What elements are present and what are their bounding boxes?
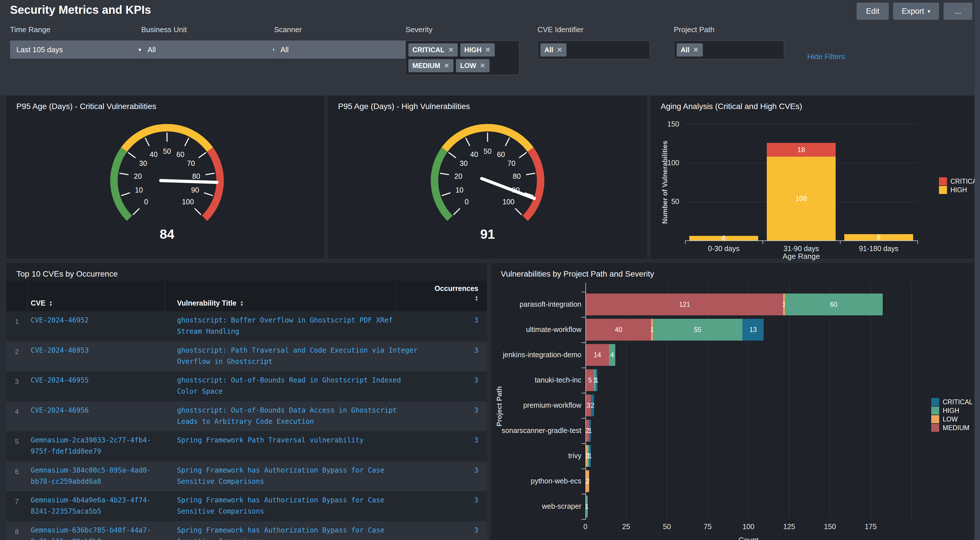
- bar-segment-high[interactable]: [586, 496, 588, 517]
- bar-segment-critical[interactable]: [589, 445, 591, 467]
- vulnerability-title-link[interactable]: ghostscript: Out-of-Bounds Data Access i…: [177, 405, 420, 427]
- remove-icon[interactable]: ✕: [479, 62, 485, 70]
- legend-item-critical[interactable]: CRITICAL: [939, 177, 980, 185]
- cve-link[interactable]: CVE-2024-46955: [31, 375, 154, 386]
- column-header-title[interactable]: Vulnerability Title ▲▼: [177, 299, 243, 307]
- cve-link[interactable]: Gemnasium-4b4a9e6a-4b23-4f74-8241-223575…: [31, 495, 154, 517]
- bar-segment-high[interactable]: [653, 319, 742, 341]
- occurrences-link[interactable]: 3: [421, 435, 478, 446]
- column-header-occurrences[interactable]: Occurrences ▲▼: [434, 284, 478, 301]
- column-header-cve[interactable]: CVE ▲▼: [31, 299, 52, 307]
- remove-icon[interactable]: ✕: [557, 46, 562, 54]
- gauge-needle: [482, 178, 534, 198]
- dropdown-value: Last 105 days: [16, 45, 135, 54]
- table-body: 1CVE-2024-46952ghostscript: Buffer Overf…: [6, 311, 487, 540]
- vulnerability-title-link[interactable]: ghostscript: Out-of-Bounds Read in Ghost…: [177, 375, 420, 397]
- bar-segment-high[interactable]: [844, 234, 913, 240]
- bar-segment-high[interactable]: [689, 236, 758, 240]
- bar-segment-critical[interactable]: [742, 319, 764, 341]
- remove-icon[interactable]: ✕: [693, 46, 699, 54]
- severity-chip-critical[interactable]: CRITICAL✕: [408, 43, 458, 57]
- panel-vulns-by-project: Vulnerabilities by Project Path and Seve…: [491, 263, 974, 540]
- occurrences-link[interactable]: 3: [421, 465, 478, 476]
- bar-segment-medium[interactable]: [586, 420, 589, 442]
- legend-item-critical[interactable]: CRITICAL: [931, 398, 973, 406]
- export-button[interactable]: Export ▾: [893, 3, 939, 20]
- gauge-tick: [440, 173, 449, 175]
- column-header-label: Occurrences: [434, 284, 478, 293]
- vulnerability-title-link[interactable]: Spring Framework has Authorization Bypas…: [177, 495, 420, 517]
- sort-icon[interactable]: ▲▼: [240, 300, 243, 307]
- project-path-input[interactable]: All✕: [674, 40, 784, 59]
- time-range-dropdown[interactable]: Last 105 days ▾: [10, 40, 148, 59]
- edit-button[interactable]: Edit: [857, 3, 889, 20]
- bar-segment-medium[interactable]: [586, 294, 783, 315]
- bar-segment-critical[interactable]: [591, 394, 594, 416]
- vulnerability-title-link[interactable]: Spring Framework has Authorization Bypas…: [177, 525, 420, 540]
- vulnerability-title-link[interactable]: ghostscript: Path Traversal and Code Exe…: [177, 345, 420, 367]
- bar-segment-critical[interactable]: [767, 143, 836, 157]
- bar-segment-high[interactable]: [767, 157, 836, 240]
- y-category-label: web-scraper: [496, 502, 581, 510]
- more-options-button[interactable]: ...: [943, 3, 972, 20]
- hide-filters-link[interactable]: Hide Filters: [807, 52, 845, 61]
- bar-segment-medium[interactable]: [586, 394, 591, 416]
- remove-icon[interactable]: ✕: [485, 46, 491, 54]
- cve-link[interactable]: CVE-2024-46956: [31, 405, 154, 416]
- bar-segment-medium[interactable]: [586, 369, 594, 391]
- scrollbar[interactable]: [975, 0, 980, 540]
- occurrences-link[interactable]: 3: [421, 525, 478, 536]
- cve-link[interactable]: Gemnasium-2ca39033-2c77-4fb4-975f-fdef1d…: [31, 435, 154, 457]
- legend-swatch: [931, 398, 939, 406]
- occurrences-link[interactable]: 3: [421, 405, 478, 416]
- legend-item-high[interactable]: HIGH: [931, 407, 973, 415]
- occurrences-link[interactable]: 3: [421, 315, 478, 326]
- row-number: 7: [15, 497, 19, 505]
- vulnerability-title-link[interactable]: ghostscript: Buffer Overflow in Ghostscr…: [177, 315, 420, 337]
- project-path-chip-all[interactable]: All✕: [677, 43, 703, 57]
- bar-segment-low[interactable]: [586, 470, 589, 492]
- occurrences-link[interactable]: 3: [421, 375, 478, 386]
- severity-chip-medium[interactable]: MEDIUM✕: [408, 59, 453, 72]
- bar-segment-medium[interactable]: [586, 319, 651, 341]
- x-tick-label: 150: [816, 523, 844, 531]
- sort-icon[interactable]: ▲▼: [49, 300, 52, 307]
- legend-item-medium[interactable]: MEDIUM: [931, 424, 973, 432]
- severity-multiselect[interactable]: CRITICAL✕ HIGH✕ MEDIUM✕ LOW✕: [406, 40, 519, 75]
- gauge-tick-label: 90: [191, 186, 199, 194]
- filter-label: Business Unit: [141, 25, 282, 34]
- bar-segment-high[interactable]: [609, 344, 616, 366]
- severity-chip-high[interactable]: HIGH✕: [460, 43, 495, 57]
- x-tick-label: 50: [652, 523, 681, 531]
- bar-segment-medium[interactable]: [586, 344, 609, 366]
- occurrences-link[interactable]: 3: [421, 345, 478, 356]
- cve-link[interactable]: CVE-2024-46952: [31, 315, 154, 326]
- severity-chip-low[interactable]: LOW✕: [456, 59, 489, 72]
- business-unit-dropdown[interactable]: All ▾: [141, 40, 282, 59]
- sort-icon[interactable]: ▲▼: [475, 295, 478, 301]
- chevron-down-icon: ▾: [928, 8, 931, 14]
- cve-chip-all[interactable]: All✕: [540, 43, 566, 57]
- bar-segment-critical[interactable]: [589, 420, 591, 442]
- scanner-dropdown[interactable]: All ▾: [274, 40, 414, 59]
- gridline: [789, 283, 789, 519]
- bar-segment-critical[interactable]: [596, 369, 597, 391]
- legend-item-high[interactable]: HIGH: [939, 186, 980, 194]
- cve-link[interactable]: CVE-2024-46953: [31, 345, 154, 356]
- vulnerability-title-link[interactable]: Spring Framework has Authorization Bypas…: [177, 465, 420, 487]
- remove-icon[interactable]: ✕: [444, 62, 449, 70]
- cve-link[interactable]: Gemnasium-384c00c5-895a-4ad0-bb78-cc259a…: [31, 465, 154, 487]
- occurrences-link[interactable]: 3: [421, 495, 478, 506]
- panel-title: Top 10 CVEs by Occurrence: [16, 269, 118, 279]
- remove-icon[interactable]: ✕: [448, 46, 454, 54]
- row-number: 4: [15, 408, 19, 416]
- cve-link[interactable]: Gemnasium-636bc785-b40f-44a7-9c71-115ca9…: [31, 525, 154, 540]
- cve-identifier-input[interactable]: All✕: [538, 40, 650, 59]
- bar-segment-high[interactable]: [785, 294, 883, 315]
- gauge-tick: [119, 173, 129, 175]
- legend-item-low[interactable]: LOW: [931, 415, 973, 423]
- y-category-label: ultimate-workflow: [496, 326, 581, 334]
- vulnerability-title-link[interactable]: Spring Framework Path Traversal vulnerab…: [177, 435, 420, 446]
- panel-p95-high: P95 Age (Days) - High Vulnerabilities 01…: [328, 95, 647, 259]
- gauge-tick-label: 20: [454, 172, 462, 180]
